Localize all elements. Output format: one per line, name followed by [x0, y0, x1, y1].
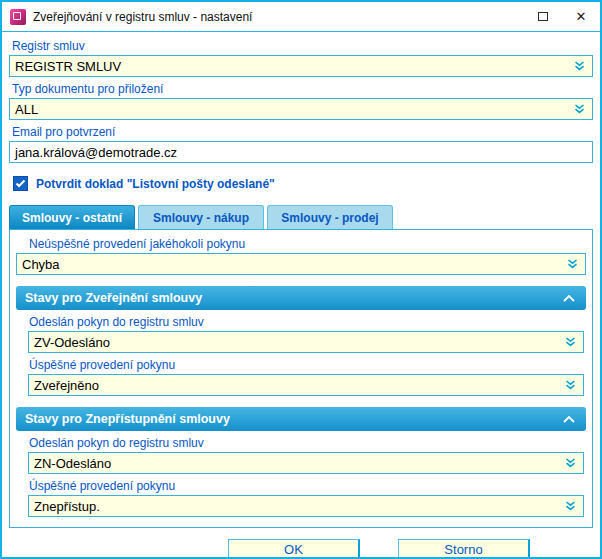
chevron-up-icon[interactable] [561, 290, 577, 306]
title-bar: Zveřejňování v registru smluv - nastaven… [2, 2, 600, 32]
dropdown-icon[interactable] [571, 99, 587, 119]
tab-panel: Neúspěšné provedení jakéhokoli pokynu Ch… [9, 229, 593, 528]
close-button[interactable]: ✕ [562, 2, 600, 31]
chevron-up-icon[interactable] [561, 411, 577, 427]
registr-label: Registr smluv [12, 39, 593, 53]
email-value: jana.králová@demotrade.cz [15, 145, 177, 160]
uspesne-provedeni-combo[interactable]: Znepřístup. [28, 495, 584, 517]
typ-dokumentu-combo[interactable]: ALL [9, 98, 593, 120]
storno-button[interactable]: Storno [398, 539, 530, 559]
registr-value: REGISTR SMLUV [15, 59, 121, 74]
button-bar: OK Storno [2, 528, 600, 559]
app-icon [10, 9, 26, 25]
dialog-window: Zveřejňování v registru smluv - nastaven… [0, 0, 602, 559]
section-header-zverejneni[interactable]: Stavy pro Zveřejnění smlouvy [16, 286, 586, 310]
typ-dokumentu-value: ALL [15, 102, 38, 117]
tab-smlouvy-prodej[interactable]: Smlouvy - prodej [267, 205, 393, 229]
fail-label: Neúspěšné provedení jakéhokoli pokynu [29, 237, 586, 251]
tab-bar: Smlouvy - ostatní Smlouvy - nákup Smlouv… [9, 205, 593, 229]
section-title: Stavy pro Zveřejnění smlouvy [25, 291, 202, 305]
fail-combo[interactable]: Chyba [16, 253, 586, 275]
section-header-znepristupneni[interactable]: Stavy pro Znepřístupnění smlouvy [16, 407, 586, 431]
typ-dokumentu-label: Typ dokumentu pro přiložení [12, 82, 593, 96]
uspesne-provedeni-value: Zveřejněno [34, 378, 99, 393]
dropdown-icon[interactable] [562, 332, 578, 352]
window-title: Zveřejňování v registru smluv - nastaven… [33, 10, 524, 24]
confirm-checkbox-row: Potvrdit doklad "Listovní pošty odeslané… [13, 176, 593, 191]
uspesne-provedeni-value: Znepřístup. [34, 499, 100, 514]
tab-smlouvy-ostatni[interactable]: Smlouvy - ostatní [9, 205, 135, 229]
maximize-button[interactable] [524, 2, 562, 31]
dropdown-icon[interactable] [562, 375, 578, 395]
email-label: Email pro potvrzení [12, 125, 593, 139]
uspesne-provedeni-label: Úspěšné provedení pokynu [29, 358, 586, 372]
ok-button[interactable]: OK [228, 539, 360, 559]
email-field[interactable]: jana.králová@demotrade.cz [9, 141, 593, 163]
dropdown-icon[interactable] [571, 56, 587, 76]
odeslan-pokyn-label: Odeslán pokyn do registru smluv [29, 315, 586, 329]
odeslan-pokyn-combo[interactable]: ZN-Odesláno [28, 452, 584, 474]
confirm-checkbox[interactable] [13, 176, 28, 191]
dropdown-icon[interactable] [562, 453, 578, 473]
confirm-checkbox-label: Potvrdit doklad "Listovní pošty odeslané… [36, 177, 275, 191]
uspesne-provedeni-label: Úspěšné provedení pokynu [29, 479, 586, 493]
dropdown-icon[interactable] [562, 496, 578, 516]
odeslan-pokyn-value: ZN-Odesláno [34, 456, 111, 471]
uspesne-provedeni-combo[interactable]: Zveřejněno [28, 374, 584, 396]
odeslan-pokyn-label: Odeslán pokyn do registru smluv [29, 436, 586, 450]
tab-smlouvy-nakup[interactable]: Smlouvy - nákup [138, 205, 264, 229]
fail-value: Chyba [22, 257, 60, 272]
dialog-content: Registr smluv REGISTR SMLUV Typ dokument… [2, 32, 600, 528]
odeslan-pokyn-value: ZV-Odesláno [34, 335, 110, 350]
section-title: Stavy pro Znepřístupnění smlouvy [25, 412, 230, 426]
close-icon: ✕ [576, 9, 587, 24]
maximize-icon [538, 12, 548, 21]
registr-combo[interactable]: REGISTR SMLUV [9, 55, 593, 77]
odeslan-pokyn-combo[interactable]: ZV-Odesláno [28, 331, 584, 353]
dropdown-icon[interactable] [564, 254, 580, 274]
